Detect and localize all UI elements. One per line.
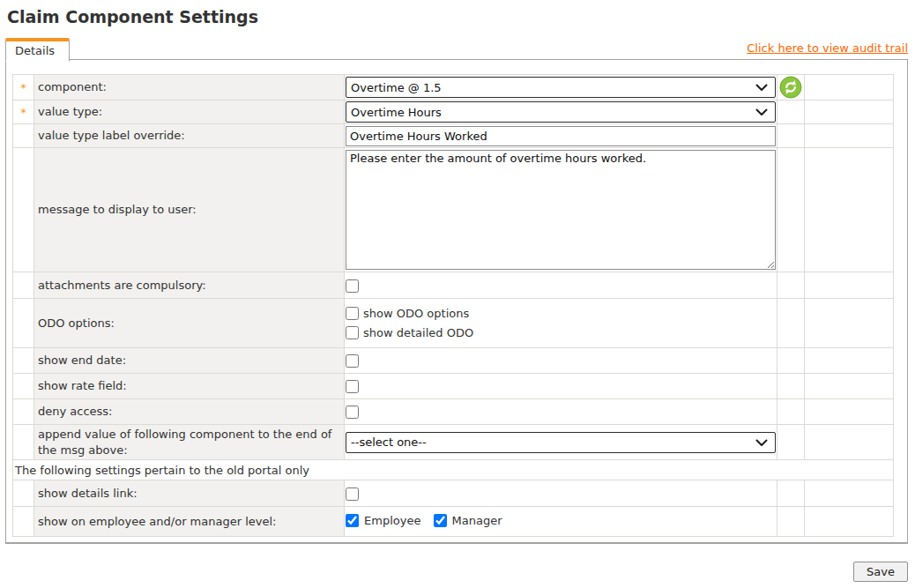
row-message: message to display to user: Please enter… bbox=[13, 148, 894, 272]
row-value-type-label-override: value type label override: bbox=[13, 124, 894, 148]
row-odo-options: ODO options: show ODO options show detai… bbox=[13, 299, 894, 348]
required-asterisk: * bbox=[13, 75, 34, 100]
details-panel: * component: Overtime @ 1.5 bbox=[5, 59, 908, 544]
component-select[interactable]: Overtime @ 1.5 bbox=[346, 77, 776, 98]
show-detailed-odo-checkbox[interactable] bbox=[346, 326, 359, 339]
row-attachments-compulsory: attachments are compulsory: bbox=[13, 272, 894, 299]
value-type-select[interactable]: Overtime Hours bbox=[346, 101, 776, 123]
message-label: message to display to user: bbox=[34, 148, 345, 272]
refresh-icon[interactable] bbox=[779, 76, 802, 99]
row-component: * component: Overtime @ 1.5 bbox=[13, 75, 894, 100]
row-append-component: append value of following component to t… bbox=[13, 425, 894, 460]
append-component-label: append value of following component to t… bbox=[34, 425, 345, 460]
show-odo-options-label: show ODO options bbox=[361, 307, 469, 320]
employee-level-label: Employee bbox=[361, 514, 420, 527]
tab-details[interactable]: Details bbox=[5, 38, 70, 62]
deny-access-label: deny access: bbox=[34, 399, 345, 425]
show-levels-label: show on employee and/or manager level: bbox=[34, 507, 345, 537]
value-type-label: value type: bbox=[34, 100, 345, 124]
footer: Save bbox=[5, 562, 908, 582]
save-button[interactable]: Save bbox=[853, 562, 908, 582]
show-end-date-label: show end date: bbox=[34, 348, 345, 374]
show-rate-field-checkbox[interactable] bbox=[346, 380, 359, 393]
odo-options-label: ODO options: bbox=[34, 299, 345, 348]
show-detailed-odo-label: show detailed ODO bbox=[361, 326, 473, 339]
row-show-rate-field: show rate field: bbox=[13, 374, 894, 399]
deny-access-checkbox[interactable] bbox=[346, 406, 359, 419]
old-portal-section-note: The following settings pertain to the ol… bbox=[13, 460, 894, 480]
manager-level-label: Manager bbox=[450, 514, 502, 527]
show-odo-options-checkbox[interactable] bbox=[346, 307, 359, 320]
row-deny-access: deny access: bbox=[13, 399, 894, 425]
append-component-select[interactable]: --select one-- bbox=[346, 432, 776, 453]
row-show-end-date: show end date: bbox=[13, 348, 894, 374]
attachments-compulsory-checkbox[interactable] bbox=[346, 279, 359, 293]
row-section-note: The following settings pertain to the ol… bbox=[13, 460, 894, 480]
value-type-label-override-input[interactable] bbox=[346, 126, 776, 146]
show-details-link-label: show details link: bbox=[34, 480, 345, 507]
show-details-link-checkbox[interactable] bbox=[346, 488, 359, 501]
show-end-date-checkbox[interactable] bbox=[346, 354, 359, 368]
row-value-type: * value type: Overtime Hours bbox=[13, 100, 894, 124]
employee-level-checkbox[interactable] bbox=[346, 514, 359, 527]
message-textarea[interactable]: Please enter the amount of overtime hour… bbox=[346, 150, 776, 270]
manager-level-checkbox[interactable] bbox=[434, 514, 447, 527]
required-asterisk: * bbox=[13, 100, 34, 124]
attachments-compulsory-label: attachments are compulsory: bbox=[34, 272, 345, 299]
settings-table: * component: Overtime @ 1.5 bbox=[12, 74, 894, 537]
value-type-label-override-label: value type label override: bbox=[34, 124, 345, 148]
tab-bar: Details Click here to view audit trail bbox=[5, 37, 908, 59]
show-rate-field-label: show rate field: bbox=[34, 374, 345, 399]
audit-trail-link[interactable]: Click here to view audit trail bbox=[747, 41, 908, 55]
row-show-details-link: show details link: bbox=[13, 480, 894, 507]
component-label: component: bbox=[34, 75, 345, 100]
row-show-levels: show on employee and/or manager level: E… bbox=[13, 507, 894, 537]
page-title: Claim Component Settings bbox=[7, 7, 908, 26]
